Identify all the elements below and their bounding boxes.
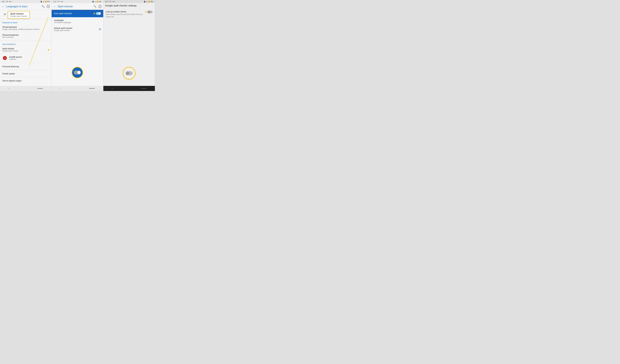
divider-3 (0, 63, 51, 63)
toggle-dot-3 (145, 11, 147, 13)
look-up-contacts-toggle[interactable] (147, 11, 153, 13)
list-item-personal-dictionary[interactable]: Personal dictionary (0, 64, 51, 70)
look-up-contacts-content: Look up contact names Spell checker uses… (106, 11, 144, 18)
autofill-subtitle: LastPass (9, 58, 49, 60)
use-spell-checker-toggle-area (93, 12, 101, 15)
back-button-2[interactable]: ← (53, 5, 56, 8)
gear-icon-2[interactable]: ⚙ (99, 28, 101, 31)
page-title-1: Languages & input (6, 5, 40, 8)
list-item-pointer-speed[interactable]: Pointer speed (0, 71, 51, 77)
bottom-bar-3: ‹ (103, 86, 155, 91)
spell-checker-tooltip: Spell checker Google spell checker (8, 11, 30, 19)
home-pill-1[interactable] (37, 88, 43, 89)
physical-keyboard-content: Physical keyboard Not connected (2, 34, 49, 38)
list-item-virtual-keyboard[interactable]: Virtual keyboard Google voice typing, Sw… (0, 24, 51, 32)
use-spell-checker-content: Use spell checker (54, 12, 93, 15)
list-item-use-spell-checker[interactable]: Use spell checker (52, 10, 103, 17)
panel-spell-checker: 3:12 75° ●●● 📳 ▲ 📶 35% ← Spell checker 🔍… (52, 0, 103, 91)
autofill-icon: ••• (2, 55, 7, 61)
default-spell-checker-subtitle: Google spell checker (54, 30, 99, 31)
big-toggle-circle-3[interactable] (123, 67, 136, 80)
help-icon-2[interactable]: ? (98, 5, 102, 8)
status-bar-3: 3:13 75° ●●● 📳 ▲ 📶 35% (103, 0, 155, 3)
virtual-keyboard-content: Virtual keyboard Google voice typing, Sw… (2, 26, 49, 30)
bottom-bar-1: ‹ (0, 86, 51, 91)
divider-4 (0, 70, 51, 70)
look-up-contacts-toggle-area (145, 11, 153, 13)
toolbar-2: ← Spell checker 🔍 ? (52, 3, 103, 10)
section-keyboard-inputs: Keyboard & inputs (0, 20, 51, 24)
list-item-autofill[interactable]: ••• Autofill service LastPass (0, 54, 51, 62)
status-icons-3: 📳 ▲ 📶 35% (144, 1, 153, 2)
list-item-tts[interactable]: Text-to-speech output (0, 78, 51, 84)
back-button-1[interactable]: ← (2, 5, 4, 8)
look-up-contacts-row[interactable]: Look up contact names Spell checker uses… (103, 8, 155, 20)
panel-languages-input: 3:12 74° ●●● 📳 ▲ 📶 35% ← Languages & inp… (0, 0, 52, 91)
yellow-dot-spell-checker (48, 49, 49, 50)
status-time-1: 3:12 74° ●●● (2, 1, 11, 2)
look-up-contacts-subtitle: Spell checker uses first and last names … (106, 13, 144, 18)
home-pill-2[interactable] (89, 88, 95, 89)
tts-content: Text-to-speech output (2, 80, 49, 82)
spell-checker-languages-title: Languages (54, 19, 101, 21)
status-icons-1: 📳 ▲ 📶 35% (40, 1, 50, 2)
default-spell-checker-title: Default spell checker (54, 27, 99, 29)
spell-checker-languages-subtitle: Use system languages (54, 21, 101, 23)
page-title-2: Spell checker (58, 5, 91, 8)
inner-toggle-knob-3 (126, 72, 129, 75)
status-time-3: 3:13 75° ●●● (105, 1, 115, 2)
spell-checker-languages-content: Languages Use system languages (54, 19, 101, 23)
personal-dict-title: Personal dictionary (2, 65, 49, 68)
search-icon-2[interactable]: 🔍 (93, 4, 97, 9)
inner-toggle-3 (125, 71, 133, 75)
translate-icon: ⇄ (2, 12, 7, 17)
back-nav-1[interactable]: ‹ (9, 87, 9, 90)
status-bar-1: 3:12 74° ●●● 📳 ▲ 📶 35% (0, 0, 51, 3)
status-bar-2: 3:12 75° ●●● 📳 ▲ 📶 35% (52, 0, 103, 3)
spell-checker-subtitle: Google spell checker (2, 50, 49, 52)
list-item-spell-checker[interactable]: Spell checker Google spell checker (0, 46, 51, 54)
back-nav-2[interactable]: ‹ (60, 87, 61, 90)
list-item-default-spell-checker[interactable]: Default spell checker Google spell check… (52, 25, 103, 33)
status-time-2: 3:12 75° ●●● (53, 1, 63, 2)
search-icon-1[interactable]: 🔍 (41, 4, 45, 9)
tooltip-title: Spell checker (10, 13, 27, 15)
big-toggle-circle-2[interactable] (72, 67, 83, 78)
spell-checker-title: Spell checker (2, 47, 49, 50)
personal-dict-content: Personal dictionary (2, 65, 49, 68)
look-up-contacts-title: Look up contact names (106, 11, 144, 13)
back-nav-3[interactable]: ‹ (112, 87, 113, 90)
pointer-speed-content: Pointer speed (2, 73, 49, 75)
physical-keyboard-title: Physical keyboard (2, 34, 49, 36)
virtual-keyboard-title: Virtual keyboard (2, 26, 49, 28)
default-spell-checker-content: Default spell checker Google spell check… (54, 27, 99, 31)
status-icons-2: 📳 ▲ 📶 35% (92, 1, 102, 2)
svg-line-2 (155, 21, 155, 77)
inner-toggle-2 (74, 71, 81, 75)
tooltip-subtitle: Google spell checker (10, 15, 27, 17)
physical-keyboard-subtitle: Not connected (2, 36, 49, 38)
panel-google-spell-checker-settings: 3:13 75° ●●● 📳 ▲ 📶 35% Google spell chec… (103, 0, 155, 91)
use-spell-checker-toggle[interactable] (96, 12, 101, 15)
inner-toggle-knob-2 (77, 71, 80, 74)
toolbar-3: Google spell checker settings (103, 3, 155, 8)
tts-title: Text-to-speech output (2, 80, 49, 82)
divider-1 (0, 19, 51, 19)
section-input-assistance: Input assistance (0, 41, 51, 46)
virtual-keyboard-subtitle: Google voice typing, SwiftKey Keyboard, … (2, 28, 49, 30)
list-item-spell-checker-languages[interactable]: Languages Use system languages (52, 17, 103, 25)
autofill-title: Autofill service (9, 56, 49, 58)
help-icon-1[interactable]: ? (47, 5, 50, 8)
list-item-physical-keyboard[interactable]: Physical keyboard Not connected (0, 32, 51, 40)
home-pill-3[interactable] (141, 88, 146, 89)
toggle-dot-2 (93, 13, 95, 14)
toggle-knob-3 (148, 11, 150, 13)
use-spell-checker-title: Use spell checker (54, 12, 93, 15)
spell-checker-content: Spell checker Google spell checker (2, 47, 49, 52)
pointer-speed-title: Pointer speed (2, 73, 49, 75)
toggle-knob-2 (98, 12, 101, 15)
page-title-3: Google spell checker settings (105, 4, 153, 7)
divider-2 (0, 41, 51, 41)
autofill-content: Autofill service LastPass (9, 56, 49, 60)
toolbar-1: ← Languages & input 🔍 ? (0, 3, 51, 10)
